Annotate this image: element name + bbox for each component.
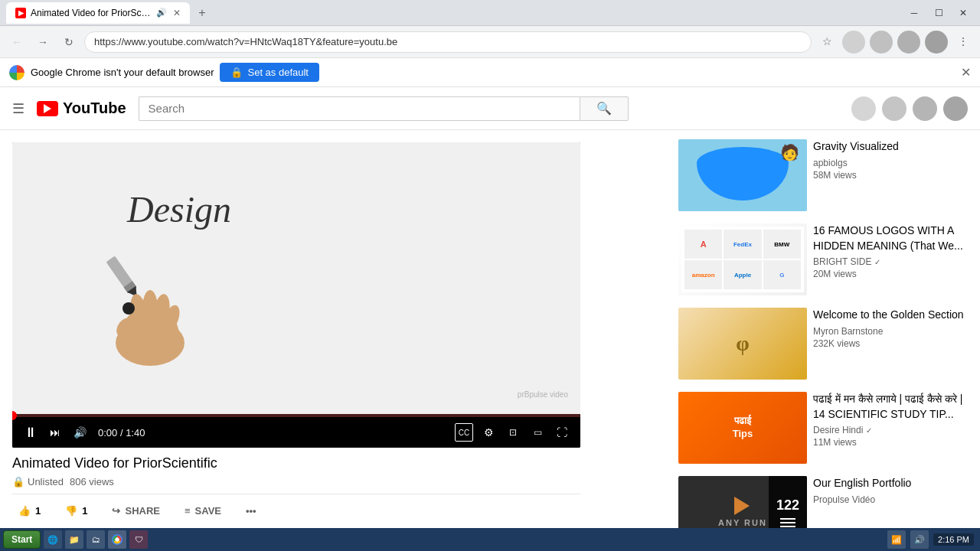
hamburger-menu-icon[interactable]: ☰	[12, 100, 24, 117]
main-content: Design	[0, 130, 980, 528]
taskbar-left: Start 🌐 📁 🗂 🛡	[0, 530, 148, 549]
url-text: https://www.youtube.com/watch?v=HNtcWaq1…	[94, 36, 397, 47]
bookmark-icon[interactable]: ☆	[816, 31, 838, 52]
like-button[interactable]: 👍 1	[12, 500, 47, 521]
sidebar-item[interactable]: ANY RUN 122 Our English Portfolio Propul…	[678, 473, 974, 528]
video-meta: 🔒 Unlisted 806 views	[12, 476, 580, 487]
header-right	[851, 96, 968, 121]
view-count: 806 views	[70, 476, 114, 487]
fullscreen-button[interactable]: ⛶	[553, 423, 571, 442]
gravity-person: 🧑	[780, 143, 799, 161]
taskbar-chrome-icon[interactable]	[108, 530, 126, 549]
maximize-button[interactable]: ☐	[928, 5, 949, 21]
save-button[interactable]: ≡ SAVE	[178, 500, 227, 521]
settings-button[interactable]: ⚙	[479, 423, 498, 442]
dislike-count: 1	[82, 505, 87, 517]
more-icon: •••	[246, 505, 256, 517]
right-controls: CC ⚙ ⊡ ▭ ⛶	[455, 423, 571, 442]
sidebar-item[interactable]: 🧑 Gravity Visualized apbiolgs 58M views	[678, 136, 974, 214]
dislike-button[interactable]: 👎 1	[59, 500, 93, 521]
more-menu-icon[interactable]: ⋮	[952, 31, 974, 52]
tab-title: Animated Video for PriorScienti...	[31, 8, 152, 18]
minimize-button[interactable]: ─	[903, 5, 925, 21]
tab-close-btn[interactable]: ✕	[173, 8, 181, 18]
subtitles-button[interactable]: CC	[455, 423, 473, 442]
youtube-logo[interactable]: YouTube	[37, 99, 126, 117]
chrome-infobar: Google Chrome isn't your default browser…	[0, 58, 980, 87]
sidebar-thumb-golden: φ	[678, 308, 807, 380]
youtube-logo-icon	[37, 101, 58, 116]
sidebar-item-title: Our English Portfolio	[813, 476, 974, 491]
sidebar-item-channel: Myron Barnstone	[813, 326, 974, 337]
taskbar-folder-icon[interactable]: 📁	[65, 530, 83, 549]
address-bar[interactable]: https://www.youtube.com/watch?v=HNtcWaq1…	[84, 31, 812, 53]
taskbar-antivirus-icon[interactable]: 🛡	[129, 530, 148, 549]
hand-illustration	[74, 228, 227, 383]
video-content: Design	[12, 142, 580, 414]
youtube-play-icon	[44, 104, 51, 113]
user-avatar-yt-3[interactable]	[913, 96, 937, 121]
sidebar-item[interactable]: φ Welcome to the Golden Section Myron Ba…	[678, 305, 974, 383]
playlist-lines-icon	[780, 518, 795, 527]
pause-button[interactable]: ⏸	[21, 423, 40, 442]
search-button[interactable]: 🔍	[580, 96, 629, 121]
user-avatar-1[interactable]	[842, 31, 865, 54]
youtube-header: ☰ YouTube 🔍	[0, 87, 980, 130]
unlisted-badge: 🔒 Unlisted	[12, 476, 64, 487]
sidebar-item-info: Our English Portfolio Propulse Vidéo	[813, 476, 974, 528]
sidebar-item[interactable]: A FedEx BMW amazon Apple G 16 FAMOUS LOG…	[678, 220, 974, 298]
youtube-logo-text: YouTube	[63, 99, 126, 117]
more-actions-button[interactable]: •••	[240, 500, 263, 521]
video-frame[interactable]: Design	[12, 142, 580, 414]
theater-button[interactable]: ▭	[528, 423, 547, 442]
playlist-count: 122	[769, 476, 807, 528]
save-label: SAVE	[195, 505, 221, 517]
next-button[interactable]: ⏭	[46, 423, 64, 442]
window-controls: ─ ☐ ✕	[903, 5, 974, 21]
sidebar-item[interactable]: पढाईTips पढाई में मन कैसे लगाये | पढाई क…	[678, 389, 974, 467]
unlisted-text: Unlisted	[28, 476, 64, 487]
volume-button[interactable]: 🔊	[70, 423, 89, 442]
video-info: Animated Video for PriorScientific 🔒 Unl…	[12, 448, 580, 527]
user-avatar-yt-2[interactable]	[882, 96, 906, 121]
taskbar-explorer-icon[interactable]: 🗂	[87, 530, 105, 549]
share-label: SHARE	[125, 505, 160, 517]
video-player: Design	[12, 142, 580, 448]
sidebar-item-channel: apbiolgs	[813, 158, 974, 168]
start-button[interactable]: Start	[3, 530, 41, 549]
user-avatar-yt-4[interactable]	[943, 96, 968, 121]
user-avatar-3[interactable]	[897, 31, 920, 54]
refresh-button[interactable]: ↻	[58, 31, 80, 53]
user-avatar-2[interactable]	[870, 31, 893, 54]
save-icon: ≡	[185, 505, 191, 517]
sidebar-thumb-hindi: पढाईTips	[678, 392, 807, 464]
new-tab-button[interactable]: +	[193, 4, 211, 22]
taskbar-volume-icon[interactable]: 🔊	[910, 530, 929, 549]
svg-point-13	[116, 538, 119, 542]
toolbar-icons: ☆ ⋮	[816, 31, 974, 54]
taskbar-network-icon[interactable]: 📶	[887, 530, 906, 549]
set-default-button[interactable]: 🔒 Set as default	[220, 63, 319, 82]
taskbar-ie-icon[interactable]: 🌐	[44, 530, 62, 549]
search-bar: 🔍	[139, 96, 629, 121]
verified-icon: ✓	[866, 426, 872, 435]
sidebar-item-channel: Propulse Vidéo	[813, 494, 974, 505]
user-avatar-yt-1[interactable]	[851, 96, 876, 121]
back-button[interactable]: ←	[6, 31, 28, 53]
sidebar-item-views: 20M views	[813, 269, 974, 279]
search-input[interactable]	[139, 96, 580, 121]
sidebar-item-views: 11M views	[813, 437, 974, 448]
forward-button[interactable]: →	[32, 31, 54, 53]
miniplayer-button[interactable]: ⊡	[504, 423, 522, 442]
video-design-text: Design	[127, 188, 231, 230]
user-avatar-4[interactable]	[925, 31, 948, 54]
share-button[interactable]: ↪ SHARE	[106, 500, 166, 521]
sidebar-thumb-gravity: 🧑	[678, 139, 807, 211]
infobar-message: Google Chrome isn't your default browser	[31, 67, 214, 78]
chrome-tab-active[interactable]: ▶ Animated Video for PriorScienti... 🔊 ✕	[6, 2, 190, 24]
infobar-dismiss-button[interactable]: ✕	[961, 65, 971, 80]
video-area: Design	[0, 130, 672, 528]
tab-audio-icon[interactable]: 🔊	[156, 8, 167, 18]
close-button[interactable]: ✕	[952, 5, 974, 21]
chrome-logo	[9, 65, 24, 80]
